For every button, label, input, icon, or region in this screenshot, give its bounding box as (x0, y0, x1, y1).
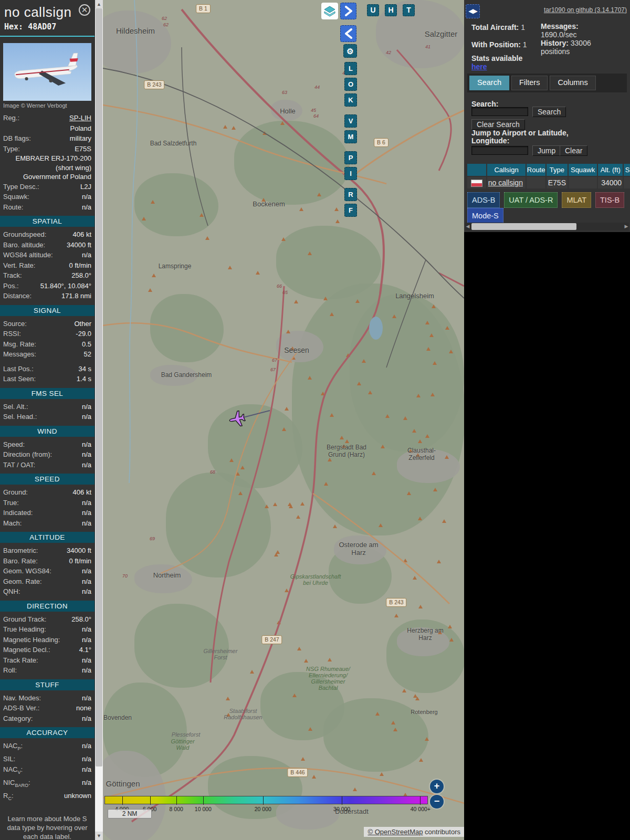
section-rows: Barometric:34000 ftBaro. Rate:0 ft/minGe… (0, 545, 94, 597)
row-value: 0 ft/min (69, 261, 91, 270)
column-header[interactable]: Callsign (487, 164, 526, 176)
map-button-m[interactable]: M (344, 130, 357, 143)
close-icon[interactable]: ✕ (79, 4, 90, 16)
map-button-p[interactable]: P (344, 151, 357, 164)
row-value: 258.0° (71, 615, 91, 624)
section-header: WIND (0, 426, 94, 437)
jump-button[interactable]: Jump (532, 145, 561, 156)
map-button-r[interactable]: R (344, 188, 357, 201)
map-button-i[interactable]: I (344, 167, 357, 180)
clear-search-button[interactable]: Clear Search (471, 119, 525, 130)
column-header[interactable]: Alt. (ft) (598, 164, 623, 176)
row-label: Baro. altitude: (3, 240, 45, 250)
map-button-t[interactable]: T (403, 4, 415, 16)
clear-jump-button[interactable]: Clear (560, 145, 587, 156)
row-label: SIL: (3, 754, 15, 764)
map-button-v[interactable]: V (344, 114, 357, 128)
badge-uat-ads-r[interactable]: UAT / ADS-R (504, 192, 558, 208)
scroll-down-arrow-icon[interactable]: ▼ (95, 832, 103, 840)
row-value: n/a (82, 714, 91, 723)
scrollbar-thumb[interactable] (96, 8, 102, 766)
hscrollbar-thumb[interactable] (471, 223, 576, 230)
road-badge: B 247 (261, 635, 282, 644)
sidebar-scrollbar[interactable]: ▲ ▼ (95, 0, 103, 840)
layer-switcher-icon[interactable] (321, 3, 338, 19)
column-header[interactable] (467, 164, 486, 176)
section-rows: Speed:n/aDirection (from):n/aTAT / OAT:n… (0, 439, 94, 470)
row-label: Squawk: (3, 192, 29, 202)
column-header[interactable]: Squawk (569, 164, 597, 176)
row-label: Last Seen: (3, 374, 36, 384)
row-value: n/a (82, 460, 91, 470)
aircraft-marker[interactable] (228, 410, 247, 428)
data-row: Sel. Alt.:n/a (0, 402, 94, 412)
data-row: Baro. altitude:34000 ft (0, 240, 94, 250)
map-button-h[interactable]: H (385, 4, 397, 16)
scroll-right-arrow-icon[interactable]: ▶ (624, 223, 629, 230)
zoom-in-button[interactable]: + (430, 780, 444, 793)
data-row: NACV:n/a (0, 764, 94, 778)
data-row: Sel. Head.:n/a (0, 412, 94, 422)
row-value: Other (74, 319, 91, 329)
town-label: Göttingen (106, 779, 140, 788)
row-value: E75S (75, 144, 91, 154)
panel-collapse-left-icon[interactable] (340, 25, 356, 42)
row-value[interactable]: SP-LIH (69, 113, 91, 123)
row-label: Magnetic Decl.: (3, 645, 50, 655)
aircraft-photo[interactable] (3, 43, 91, 101)
town-label: Clausthal-Zellerfeld (401, 447, 443, 461)
column-header[interactable]: Route (527, 164, 545, 176)
settings-gear-icon[interactable]: ⚙ (343, 44, 357, 58)
scroll-up-arrow-icon[interactable]: ▲ (95, 0, 103, 8)
search-button[interactable]: Search (532, 107, 566, 117)
map-button-k[interactable]: K (344, 93, 357, 107)
row-value: n/a (82, 402, 91, 412)
badge-ads-b[interactable]: ADS-B (467, 192, 500, 208)
legend-tick (150, 796, 151, 805)
aircraft-table: CallsignRouteTypeSquawkAlt. (ft)Sno call… (467, 164, 630, 190)
row-value: 258.0° (71, 271, 91, 280)
badge-mode-s[interactable]: Mode-S (467, 208, 503, 224)
data-row: True Heading:n/a (0, 624, 94, 635)
map-button-l[interactable]: L (344, 62, 357, 75)
road-badge: B 1 (196, 4, 211, 13)
scroll-left-arrow-icon[interactable]: ◀ (465, 223, 470, 230)
town-label: Herzberg am Harz (407, 627, 443, 642)
column-header[interactable]: Type (547, 164, 568, 176)
table-header-row: CallsignRouteTypeSquawkAlt. (ft)S (467, 164, 630, 176)
panel-collapse-right-icon[interactable] (340, 3, 356, 19)
tab-filters[interactable]: Filters (511, 76, 548, 90)
map-button-u[interactable]: U (367, 4, 379, 16)
row-label: Last Pos.: (3, 364, 34, 374)
road-number: 41 (425, 44, 430, 49)
map-button-f[interactable]: F (344, 204, 357, 217)
sidebar-header: no callsign Hex: 48AD07 ✕ (0, 0, 94, 32)
tab-search[interactable]: Search (469, 76, 509, 90)
stats-here-link[interactable]: here (471, 62, 487, 71)
data-row: Nav. Modes:n/a (0, 693, 94, 704)
search-input[interactable] (471, 107, 528, 116)
zoom-out-button[interactable]: − (430, 795, 444, 808)
row-label: Sel. Alt.: (3, 402, 28, 412)
table-horizontal-scrollbar[interactable]: ◀ ▶ (465, 223, 629, 230)
map[interactable]: HildesheimSalzgitterHolleBad Salzdetfurt… (103, 0, 464, 840)
row-label: Msg. Rate: (3, 340, 36, 349)
table-row[interactable]: no callsignE75S34000 (467, 177, 630, 188)
badge-mlat[interactable]: MLAT (562, 192, 591, 208)
github-link[interactable]: tar1090 on github (3.14.1707) (544, 6, 627, 14)
legend-tick-label: 40 000+ (411, 806, 430, 812)
sidebar-footer-note: Learn more about Mode S data type by hov… (0, 814, 94, 840)
row-value: 406 kt (73, 230, 91, 239)
panel-width-toggle-icon[interactable]: ◀▶ (466, 4, 480, 18)
osm-link[interactable]: © OpenStreetMap (368, 828, 423, 836)
tab-columns[interactable]: Columns (550, 76, 595, 90)
data-row: Distance:171.8 nmi (0, 291, 94, 301)
map-button-o[interactable]: O (344, 78, 357, 91)
badge-tis-b[interactable]: TIS-B (595, 192, 624, 208)
row-value: 34000 ft (67, 240, 91, 250)
callsign-cell[interactable]: no callsign (487, 177, 526, 188)
data-row: NICBARO:n/a (0, 778, 94, 791)
jump-input[interactable] (471, 146, 528, 155)
row-label: TAT / OAT: (3, 460, 35, 470)
column-header[interactable]: S (624, 164, 630, 176)
